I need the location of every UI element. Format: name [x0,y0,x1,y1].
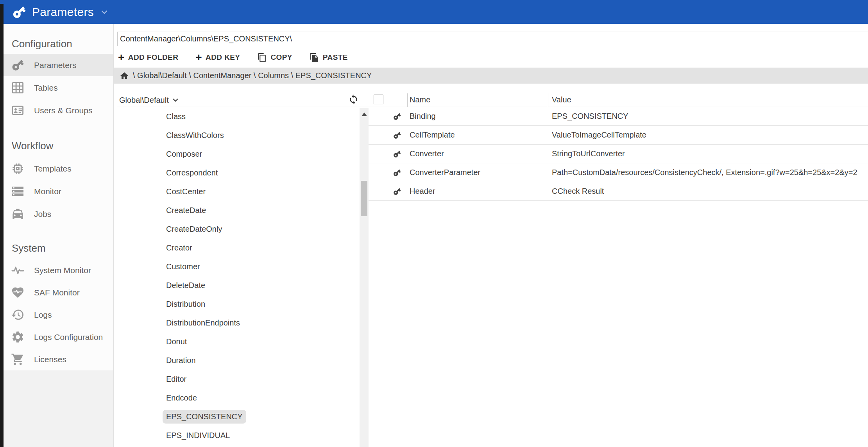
table-row[interactable]: CellTemplate ValueToImageCellTemplate [369,126,868,145]
column-divider [548,93,548,107]
key-icon [391,110,403,122]
history-icon [11,308,25,322]
tree-item[interactable]: CostCenter [117,182,360,201]
scrollbar-thumb[interactable] [361,181,367,216]
sidebar-heading-workflow: Workflow [12,137,53,154]
tree-item[interactable]: Correspondent [117,163,360,182]
heart-pulse-icon [11,286,25,299]
app-title-menu[interactable]: Parameters [0,5,110,20]
sidebar-item-tables[interactable]: Tables [4,77,113,99]
tree-scope-selector[interactable]: Global\Default [119,94,181,106]
paste-icon [310,53,319,63]
parameters-table: Binding EPS_CONSISTENCY CellTemplate Val… [369,107,868,201]
paste-label: PASTE [323,53,348,62]
sidebar-item-label: Logs [34,310,52,320]
up-arrow-icon [362,113,367,116]
gear-icon [11,330,25,344]
scrollbar-up-button[interactable] [360,110,369,118]
top-bar: Parameters [0,0,868,24]
sidebar-item-saf-monitor[interactable]: SAF Monitor [4,281,113,304]
sidebar-item-label: Templates [34,164,72,173]
tree-scope-label: Global\Default [119,96,169,105]
table-row[interactable]: Binding EPS_CONSISTENCY [369,107,868,126]
tree-item[interactable]: CreateDateOnly [117,220,360,238]
breadcrumb: \ Global\Default \ ContentManager \ Colu… [113,68,868,84]
breadcrumb-path[interactable]: \ Global\Default \ ContentManager \ Colu… [133,71,372,80]
tree-item[interactable]: DistributionEndpoints [117,313,360,332]
table-row[interactable]: Header CCheck Result [369,182,868,201]
tree-item[interactable]: Donut [117,332,360,351]
tree-item[interactable]: Customer [117,257,360,276]
key-icon [391,166,403,179]
chip-icon [11,162,25,175]
copy-icon [257,53,267,63]
sidebar-item-logs[interactable]: Logs [4,304,113,326]
add-folder-label: ADD FOLDER [128,53,179,62]
sidebar-item-monitor[interactable]: Monitor [4,180,113,202]
table-row[interactable]: Converter StringToUrlConverter [369,145,868,163]
key-icon [391,185,403,197]
taxi-icon [11,207,25,221]
sidebar-item-system-monitor[interactable]: System Monitor [4,259,113,281]
param-name: Converter [410,145,444,163]
key-icon [391,148,403,160]
sidebar-item-users-groups[interactable]: Users & Groups [4,99,113,122]
path-input[interactable] [117,32,868,46]
toolbar: + ADD FOLDER + ADD KEY COPY PASTE [118,50,348,64]
sidebar-item-logs-configuration[interactable]: Logs Configuration [4,326,113,348]
chevron-down-icon [170,95,181,105]
tree-item[interactable]: ClassWithColors [117,126,360,145]
param-name: Header [410,182,435,200]
param-value: CCheck Result [552,182,868,200]
add-folder-button[interactable]: + ADD FOLDER [118,53,178,62]
tree-item[interactable]: CreateDate [117,201,360,220]
param-value: StringToUrlConverter [552,145,868,163]
tree-item[interactable]: EPS_INDIVIDUAL [117,426,360,445]
key-icon [9,2,30,23]
param-name: CellTemplate [410,126,455,144]
select-all-checkbox[interactable] [374,95,383,104]
sidebar-item-label: Users & Groups [34,106,92,115]
param-name: ConverterParameter [410,163,480,182]
key-icon [8,55,27,75]
tree-item[interactable]: Distribution [117,295,360,313]
sidebar-item-label: Parameters [34,61,77,70]
add-key-button[interactable]: + ADD KEY [195,53,240,62]
sidebar-item-label: Logs Configuration [34,333,103,342]
param-value: Path=CustomData/resources/ConsistencyChe… [552,163,868,182]
sidebar-heading-system: System [12,240,46,257]
server-stack-icon [11,184,25,198]
cart-icon [11,352,25,366]
tree-scrollbar[interactable] [360,108,369,447]
sidebar-item-jobs[interactable]: Jobs [4,203,113,225]
sidebar-item-templates[interactable]: Templates [4,157,113,180]
refresh-button[interactable] [348,94,360,106]
sidebar-item-parameters[interactable]: Parameters [4,54,113,76]
copy-button[interactable]: COPY [257,53,292,63]
left-edge-strip [0,4,4,447]
table-row[interactable]: ConverterParameter Path=CustomData/resou… [369,163,868,182]
tree-item[interactable]: Composer [117,145,360,163]
copy-label: COPY [270,53,292,62]
sidebar-item-label: Jobs [34,209,51,219]
param-value: EPS_CONSISTENCY [552,107,868,125]
chevron-down-icon[interactable] [98,6,110,18]
tree-item[interactable]: Creator [117,238,360,257]
tree-item[interactable]: Duration [117,351,360,370]
sidebar-item-label: Licenses [34,355,66,364]
tree-list: Class ClassWithColors Composer Correspon… [117,107,360,447]
tree-item-selected[interactable]: EPS_CONSISTENCY [117,407,360,426]
app-title: Parameters [32,5,94,19]
sidebar-item-label: SAF Monitor [34,288,80,297]
tree-item[interactable]: Editor [117,370,360,388]
plus-icon: + [118,54,125,61]
tree-item[interactable]: Endcode [117,388,360,407]
home-icon[interactable] [120,71,129,80]
sidebar-item-label: Tables [34,83,58,93]
column-divider [407,93,408,107]
sidebar-item-licenses[interactable]: Licenses [4,348,113,370]
paste-button[interactable]: PASTE [310,53,348,63]
tree-item[interactable]: DeleteDate [117,276,360,295]
tree-item[interactable]: Class [117,107,360,126]
id-card-icon [11,104,25,117]
